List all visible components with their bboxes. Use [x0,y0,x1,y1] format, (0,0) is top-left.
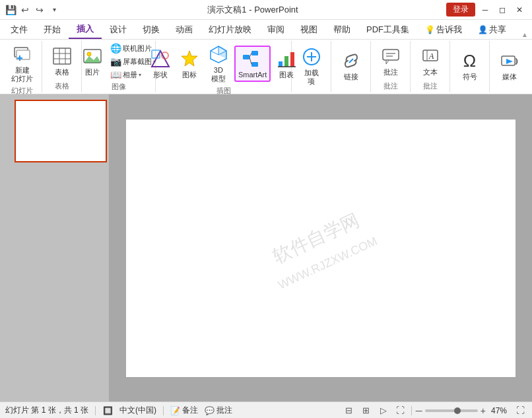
status-bar-left: 幻灯片 第 1 张，共 1 张 🔲 中文(中国) 📝 备注 💬 批注 [5,405,336,416]
presentation-button[interactable]: ⛶ [394,404,407,417]
media-button[interactable]: 媒体 [496,49,523,83]
group-illustration: 形状 图标 [156,41,292,92]
icons-button[interactable]: 图标 [176,47,203,81]
slide-info-icon[interactable]: 🔲 [102,405,113,416]
save-icon[interactable]: 💾 [5,5,16,15]
svg-line-21 [211,51,218,55]
redo-icon[interactable]: ↪ [34,5,45,15]
title-bar-title: 演示文稿1 - PowerPoint [59,4,446,16]
picture-icon [82,46,103,67]
group-link: 链接 [331,41,371,92]
tab-share[interactable]: 👤共享 [470,20,514,39]
tab-tellme[interactable]: 💡告诉我 [417,20,470,39]
tab-pdf[interactable]: PDF工具集 [358,20,417,39]
fit-window-button[interactable]: ⛶ [514,404,527,417]
reading-view-button[interactable]: ▷ [377,404,390,417]
notes-icon: 📝 [170,406,180,415]
smartart-icon [242,48,263,69]
shape-label: 形状 [153,71,168,79]
group-comment: 批注 批注 [371,41,411,92]
comments-label: 批注 [216,405,232,416]
tab-design[interactable]: 设计 [102,20,135,39]
comment-button[interactable]: 批注 [378,44,404,78]
slide-panel: 1 [0,94,109,401]
zoom-slider-thumb [454,407,461,414]
ribbon-content: 新建幻灯片 幻灯片 表格 [0,40,532,94]
notes-label: 备注 [182,405,198,416]
svg-line-34 [349,59,353,63]
language-label: 中文(中国) [119,405,156,416]
group-addins: 加载项 [292,41,331,92]
tab-transition[interactable]: 切换 [135,20,168,39]
slide-canvas[interactable]: 软件自学网 WWW.RJZXW.COM [126,120,515,377]
album-label: 相册 [123,70,137,80]
group-comment-label: 批注 [383,81,398,91]
group-table-content: 表格 [49,42,75,80]
addins-button[interactable]: 加载项 [298,45,325,87]
tab-view[interactable]: 视图 [292,20,325,39]
svg-line-26 [249,57,251,64]
link-label: 链接 [344,73,358,81]
symbol-icon: Ω [459,50,481,71]
svg-rect-35 [383,50,399,60]
svg-marker-36 [386,60,389,64]
title-bar: 💾 ↩ ↪ ▾ 演示文稿1 - PowerPoint 登录 ─ ◻ ✕ [0,0,532,20]
group-media-content: 媒体 [496,42,523,90]
login-button[interactable]: 登录 [446,3,475,17]
svg-rect-24 [251,62,258,67]
table-button[interactable]: 表格 [49,44,75,78]
screenshot-icon: 📷 [110,56,121,67]
shape-button[interactable]: 形状 [147,47,174,81]
comments-icon: 💬 [205,406,215,415]
link-icon [341,50,362,71]
undo-icon[interactable]: ↩ [20,5,30,15]
tab-file[interactable]: 文件 [3,20,36,39]
new-slide-button[interactable]: 新建幻灯片 [9,42,36,85]
picture-button[interactable]: 图片 [79,44,106,78]
customize-icon[interactable]: ▾ [49,5,59,15]
tab-review[interactable]: 审阅 [259,20,292,39]
normal-view-button[interactable]: ⊟ [343,404,356,417]
album-dropdown-icon: ▾ [139,72,141,78]
ribbon-collapse-icon[interactable]: ▲ [521,31,528,38]
close-button[interactable]: ✕ [512,3,527,17]
addins-label: 加载项 [304,69,319,86]
group-symbol: Ω 符号 [450,41,490,92]
text-label: 文本 [423,68,438,77]
group-link-content: 链接 [338,42,364,90]
3d-model-button[interactable]: 3D模型 [205,42,232,85]
3d-model-label: 3D模型 [211,66,226,83]
smartart-button[interactable]: SmartArt [234,46,271,82]
icons-label: 图标 [182,71,197,79]
group-slides: 新建幻灯片 幻灯片 [3,41,42,92]
restore-button[interactable]: ◻ [495,3,510,17]
link-button[interactable]: 链接 [338,49,364,83]
text-button[interactable]: A 文本 [417,44,444,78]
group-addins-content: 加载项 [298,42,325,90]
table-icon [51,46,73,67]
zoom-out-button[interactable]: ─ [416,405,422,416]
tab-help[interactable]: 帮助 [325,20,358,39]
notes-area[interactable]: 📝 备注 [170,405,198,416]
tab-slideshow[interactable]: 幻灯片放映 [201,20,259,39]
tab-insert[interactable]: 插入 [69,20,102,39]
symbol-label: 符号 [463,73,477,81]
group-image-content: 图片 🌐 联机图片 📷 屏幕截图 ▾ 📖 相册 ▾ [79,42,158,81]
zoom-slider[interactable] [425,409,478,412]
icons-icon [179,48,200,69]
3d-model-icon [208,44,229,65]
main-area: 1 软件自学网 WWW.RJZXW.COM [0,94,532,401]
slide-sorter-button[interactable]: ⊞ [360,404,373,417]
slide-thumbnail[interactable] [15,100,107,162]
tab-start[interactable]: 开始 [36,20,69,39]
svg-rect-28 [284,56,288,67]
media-label: 媒体 [502,73,517,81]
zoom-in-button[interactable]: + [481,405,486,416]
symbol-button[interactable]: Ω 符号 [457,49,483,83]
group-illustration-content: 形状 图标 [147,42,300,85]
tab-animation[interactable]: 动画 [168,20,201,39]
watermark: 软件自学网 WWW.RJZXW.COM [260,201,381,296]
comments-area[interactable]: 💬 批注 [205,405,232,416]
minimize-button[interactable]: ─ [478,3,492,17]
media-icon [499,50,520,71]
